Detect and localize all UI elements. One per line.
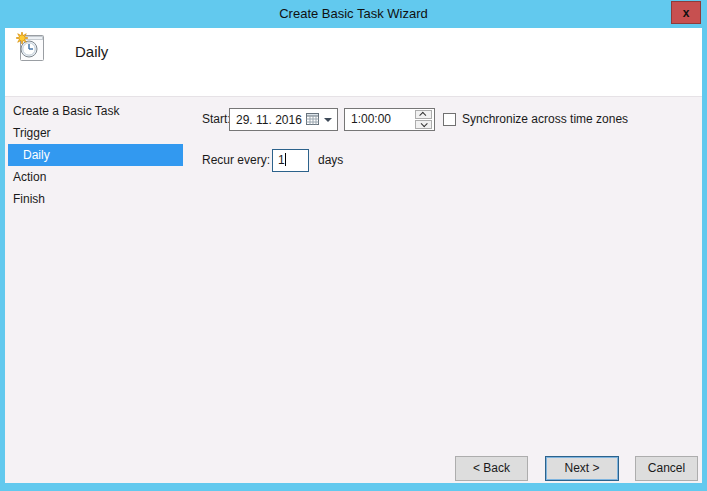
start-time-value: 1:00:00 xyxy=(351,109,391,130)
wizard-content: Daily Create a Basic Task Trigger Daily … xyxy=(5,28,702,483)
close-button[interactable]: x xyxy=(671,1,701,24)
close-icon: x xyxy=(683,7,690,19)
recur-every-input[interactable]: 1 xyxy=(272,149,309,172)
recur-every-label: Recur every: xyxy=(202,149,270,172)
text-caret xyxy=(285,153,286,166)
time-up-button[interactable] xyxy=(415,110,432,119)
wizard-steps: Create a Basic Task Trigger Daily Action… xyxy=(5,100,195,210)
page-title: Daily xyxy=(75,43,108,60)
sync-timezones-label: Synchronize across time zones xyxy=(462,108,628,131)
spin-down-icon xyxy=(421,120,428,127)
wizard-body: Create a Basic Task Trigger Daily Action… xyxy=(5,97,702,483)
spin-up-icon xyxy=(419,112,426,119)
step-finish: Finish xyxy=(5,188,195,210)
cancel-button[interactable]: Cancel xyxy=(635,456,698,481)
calendar-icon xyxy=(306,113,320,126)
start-date-picker[interactable]: 29. 11. 2016 xyxy=(229,108,338,131)
wizard-window: Create Basic Task Wizard x Daily xyxy=(0,0,707,491)
time-down-button[interactable] xyxy=(415,120,432,129)
step-trigger: Trigger xyxy=(5,122,195,144)
start-label: Start: xyxy=(202,108,231,131)
sync-timezones-checkbox[interactable] xyxy=(443,113,456,126)
recur-every-value: 1 xyxy=(278,153,285,167)
start-date-value: 29. 11. 2016 xyxy=(230,113,306,127)
step-create-a-basic-task: Create a Basic Task xyxy=(5,100,195,122)
step-action: Action xyxy=(5,166,195,188)
start-time-input[interactable]: 1:00:00 xyxy=(344,108,435,131)
titlebar[interactable]: Create Basic Task Wizard x xyxy=(0,0,707,28)
step-daily: Daily xyxy=(8,144,183,166)
chevron-down-icon[interactable] xyxy=(324,118,332,122)
next-button[interactable]: Next > xyxy=(545,456,619,481)
back-button[interactable]: < Back xyxy=(455,456,528,481)
time-spinner xyxy=(415,110,432,129)
days-label: days xyxy=(318,149,343,172)
wizard-header: Daily xyxy=(5,28,702,96)
window-title: Create Basic Task Wizard xyxy=(0,0,707,28)
scheduled-task-icon xyxy=(14,31,46,63)
